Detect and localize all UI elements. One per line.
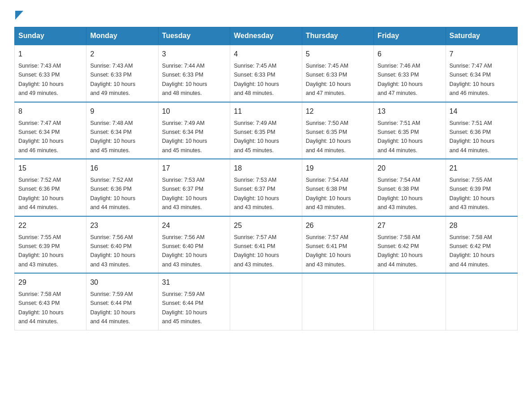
weekday-header-saturday: Saturday xyxy=(446,27,517,45)
day-info: Sunrise: 7:50 AMSunset: 6:35 PMDaylight:… xyxy=(306,120,351,154)
calendar-cell: 16 Sunrise: 7:52 AMSunset: 6:36 PMDaylig… xyxy=(86,159,158,216)
day-info: Sunrise: 7:54 AMSunset: 6:38 PMDaylight:… xyxy=(306,177,351,210)
calendar-table: SundayMondayTuesdayWednesdayThursdayFrid… xyxy=(14,27,518,330)
day-info: Sunrise: 7:43 AMSunset: 6:33 PMDaylight:… xyxy=(18,63,64,96)
day-number: 28 xyxy=(450,220,514,231)
calendar-cell: 7 Sunrise: 7:47 AMSunset: 6:34 PMDayligh… xyxy=(446,45,517,102)
day-number: 5 xyxy=(306,49,370,60)
calendar-week-4: 22 Sunrise: 7:55 AMSunset: 6:39 PMDaylig… xyxy=(15,216,518,274)
calendar-cell: 15 Sunrise: 7:52 AMSunset: 6:36 PMDaylig… xyxy=(15,159,86,216)
calendar-cell: 11 Sunrise: 7:49 AMSunset: 6:35 PMDaylig… xyxy=(230,102,302,159)
calendar-cell: 10 Sunrise: 7:49 AMSunset: 6:34 PMDaylig… xyxy=(158,102,230,159)
day-number: 26 xyxy=(306,220,370,231)
day-info: Sunrise: 7:55 AMSunset: 6:39 PMDaylight:… xyxy=(18,234,64,268)
day-number: 23 xyxy=(90,220,154,231)
day-number: 19 xyxy=(306,163,370,174)
day-number: 1 xyxy=(18,49,82,60)
calendar-cell: 22 Sunrise: 7:55 AMSunset: 6:39 PMDaylig… xyxy=(15,216,86,274)
day-info: Sunrise: 7:47 AMSunset: 6:34 PMDaylight:… xyxy=(18,120,64,154)
calendar-cell: 21 Sunrise: 7:55 AMSunset: 6:39 PMDaylig… xyxy=(446,159,517,216)
weekday-header-row: SundayMondayTuesdayWednesdayThursdayFrid… xyxy=(15,27,518,45)
calendar-cell: 27 Sunrise: 7:58 AMSunset: 6:42 PMDaylig… xyxy=(374,216,446,274)
day-number: 30 xyxy=(90,277,154,288)
day-info: Sunrise: 7:54 AMSunset: 6:38 PMDaylight:… xyxy=(378,177,423,210)
calendar-cell: 9 Sunrise: 7:48 AMSunset: 6:34 PMDayligh… xyxy=(86,102,158,159)
day-number: 29 xyxy=(18,277,82,288)
calendar-cell: 29 Sunrise: 7:58 AMSunset: 6:43 PMDaylig… xyxy=(15,273,86,330)
calendar-week-2: 8 Sunrise: 7:47 AMSunset: 6:34 PMDayligh… xyxy=(15,102,518,159)
weekday-header-wednesday: Wednesday xyxy=(230,27,302,45)
day-info: Sunrise: 7:53 AMSunset: 6:37 PMDaylight:… xyxy=(234,177,279,210)
weekday-header-sunday: Sunday xyxy=(15,27,86,45)
day-info: Sunrise: 7:44 AMSunset: 6:33 PMDaylight:… xyxy=(162,63,207,96)
day-number: 8 xyxy=(18,106,82,117)
day-info: Sunrise: 7:57 AMSunset: 6:41 PMDaylight:… xyxy=(306,234,351,268)
calendar-week-3: 15 Sunrise: 7:52 AMSunset: 6:36 PMDaylig… xyxy=(15,159,518,216)
day-number: 18 xyxy=(234,163,298,174)
calendar-cell: 19 Sunrise: 7:54 AMSunset: 6:38 PMDaylig… xyxy=(302,159,373,216)
calendar-cell: 1 Sunrise: 7:43 AMSunset: 6:33 PMDayligh… xyxy=(15,45,86,102)
day-info: Sunrise: 7:47 AMSunset: 6:34 PMDaylight:… xyxy=(450,63,495,96)
day-info: Sunrise: 7:53 AMSunset: 6:37 PMDaylight:… xyxy=(162,177,207,210)
day-info: Sunrise: 7:58 AMSunset: 6:42 PMDaylight:… xyxy=(450,234,495,268)
logo-triangle-icon xyxy=(15,11,23,20)
calendar-cell: 30 Sunrise: 7:59 AMSunset: 6:44 PMDaylig… xyxy=(86,273,158,330)
weekday-header-monday: Monday xyxy=(86,27,158,45)
day-number: 2 xyxy=(90,49,154,60)
calendar-week-5: 29 Sunrise: 7:58 AMSunset: 6:43 PMDaylig… xyxy=(15,273,518,330)
calendar-cell: 14 Sunrise: 7:51 AMSunset: 6:36 PMDaylig… xyxy=(446,102,517,159)
day-info: Sunrise: 7:51 AMSunset: 6:36 PMDaylight:… xyxy=(450,120,495,154)
calendar-cell: 18 Sunrise: 7:53 AMSunset: 6:37 PMDaylig… xyxy=(230,159,302,216)
day-info: Sunrise: 7:45 AMSunset: 6:33 PMDaylight:… xyxy=(306,63,351,96)
day-number: 15 xyxy=(18,163,82,174)
calendar-cell: 25 Sunrise: 7:57 AMSunset: 6:41 PMDaylig… xyxy=(230,216,302,274)
calendar-cell: 20 Sunrise: 7:54 AMSunset: 6:38 PMDaylig… xyxy=(374,159,446,216)
day-number: 27 xyxy=(378,220,442,231)
weekday-header-friday: Friday xyxy=(374,27,446,45)
day-info: Sunrise: 7:56 AMSunset: 6:40 PMDaylight:… xyxy=(162,234,207,268)
day-info: Sunrise: 7:43 AMSunset: 6:33 PMDaylight:… xyxy=(90,63,135,96)
day-info: Sunrise: 7:55 AMSunset: 6:39 PMDaylight:… xyxy=(450,177,495,210)
calendar-week-1: 1 Sunrise: 7:43 AMSunset: 6:33 PMDayligh… xyxy=(15,45,518,102)
day-number: 17 xyxy=(162,163,226,174)
calendar-cell: 26 Sunrise: 7:57 AMSunset: 6:41 PMDaylig… xyxy=(302,216,373,274)
day-info: Sunrise: 7:58 AMSunset: 6:42 PMDaylight:… xyxy=(378,234,423,268)
day-number: 10 xyxy=(162,106,226,117)
day-info: Sunrise: 7:56 AMSunset: 6:40 PMDaylight:… xyxy=(90,234,135,268)
calendar-cell: 13 Sunrise: 7:51 AMSunset: 6:35 PMDaylig… xyxy=(374,102,446,159)
day-number: 3 xyxy=(162,49,226,60)
day-number: 20 xyxy=(378,163,442,174)
weekday-header-thursday: Thursday xyxy=(302,27,373,45)
day-info: Sunrise: 7:49 AMSunset: 6:35 PMDaylight:… xyxy=(234,120,279,154)
page-header xyxy=(14,11,518,20)
day-number: 4 xyxy=(234,49,298,60)
calendar-cell: 17 Sunrise: 7:53 AMSunset: 6:37 PMDaylig… xyxy=(158,159,230,216)
day-number: 13 xyxy=(378,106,442,117)
day-info: Sunrise: 7:48 AMSunset: 6:34 PMDaylight:… xyxy=(90,120,135,154)
calendar-cell xyxy=(374,273,446,330)
svg-marker-0 xyxy=(15,11,23,20)
day-info: Sunrise: 7:45 AMSunset: 6:33 PMDaylight:… xyxy=(234,63,279,96)
calendar-cell xyxy=(446,273,517,330)
calendar-cell: 5 Sunrise: 7:45 AMSunset: 6:33 PMDayligh… xyxy=(302,45,373,102)
calendar-cell: 3 Sunrise: 7:44 AMSunset: 6:33 PMDayligh… xyxy=(158,45,230,102)
calendar-cell: 12 Sunrise: 7:50 AMSunset: 6:35 PMDaylig… xyxy=(302,102,373,159)
day-number: 22 xyxy=(18,220,82,231)
day-number: 9 xyxy=(90,106,154,117)
logo xyxy=(14,11,23,20)
day-info: Sunrise: 7:51 AMSunset: 6:35 PMDaylight:… xyxy=(378,120,423,154)
day-number: 16 xyxy=(90,163,154,174)
calendar-cell xyxy=(230,273,302,330)
calendar-cell: 23 Sunrise: 7:56 AMSunset: 6:40 PMDaylig… xyxy=(86,216,158,274)
day-number: 14 xyxy=(450,106,514,117)
calendar-cell: 31 Sunrise: 7:59 AMSunset: 6:44 PMDaylig… xyxy=(158,273,230,330)
day-number: 21 xyxy=(450,163,514,174)
day-info: Sunrise: 7:49 AMSunset: 6:34 PMDaylight:… xyxy=(162,120,207,154)
calendar-cell: 2 Sunrise: 7:43 AMSunset: 6:33 PMDayligh… xyxy=(86,45,158,102)
day-info: Sunrise: 7:59 AMSunset: 6:44 PMDaylight:… xyxy=(162,291,207,325)
calendar-body: 1 Sunrise: 7:43 AMSunset: 6:33 PMDayligh… xyxy=(15,45,518,330)
day-info: Sunrise: 7:52 AMSunset: 6:36 PMDaylight:… xyxy=(18,177,64,210)
day-number: 11 xyxy=(234,106,298,117)
day-number: 6 xyxy=(378,49,442,60)
day-info: Sunrise: 7:46 AMSunset: 6:33 PMDaylight:… xyxy=(378,63,423,96)
